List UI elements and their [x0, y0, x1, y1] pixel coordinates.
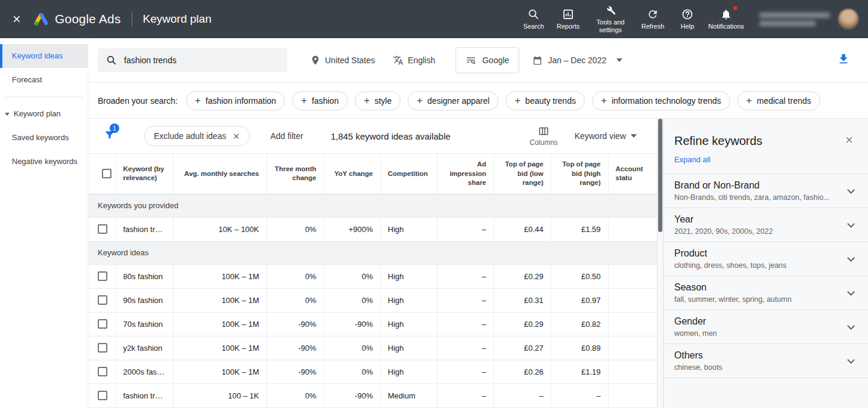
add-filter-button[interactable]: Add filter — [270, 131, 303, 141]
cell-high-bid: £0.89 — [551, 336, 608, 360]
refine-section[interactable]: Productclothing, dress, shoes, tops, jea… — [664, 242, 868, 276]
nav-refresh[interactable]: Refresh — [636, 5, 670, 34]
keyword-row[interactable]: 2000s fashion100K – 1M-90%0%High–£0.26£1… — [88, 360, 657, 384]
sidebar-item-negative-keywords[interactable]: Negative keywords — [0, 150, 88, 174]
cell-three-month: 0% — [266, 384, 324, 407]
nav-help[interactable]: Help — [670, 5, 705, 34]
cell-three-month: -90% — [266, 312, 324, 336]
col-header-competition[interactable]: Competition — [380, 154, 437, 194]
refine-section[interactable]: Seasonfall, summer, winter, spring, autu… — [664, 276, 868, 310]
keyword-row[interactable]: fashion trend...100 – 1K0%-90%Medium––– — [88, 384, 657, 407]
page-title: Keyword plan — [143, 13, 212, 26]
close-refine-icon[interactable] — [845, 135, 854, 147]
expand-all-link[interactable]: Expand all — [674, 155, 711, 164]
cell-avg-searches: 100 – 1K — [173, 384, 266, 407]
row-checkbox-cell — [88, 384, 116, 407]
refine-section[interactable]: Year2021, 2020, 90s, 2000s, 2022 — [664, 208, 868, 242]
col-header-yoy-change[interactable]: YoY change — [324, 154, 380, 194]
broaden-chip[interactable]: +fashion — [292, 91, 348, 110]
col-header-keyword[interactable]: Keyword (by relevance) — [116, 154, 173, 194]
select-all-checkbox[interactable] — [102, 169, 111, 178]
cell-high-bid: – — [551, 384, 608, 407]
exclude-adult-ideas-chip[interactable]: Exclude adult ideas — [144, 126, 250, 146]
chip-label: designer apparel — [427, 96, 489, 106]
broaden-chip[interactable]: +designer apparel — [408, 91, 498, 110]
refine-section[interactable]: Genderwomen, men — [664, 310, 868, 344]
keyword-table-body: Keywords you providedfashion trends10K –… — [88, 194, 657, 407]
refine-section-title: Brand or Non-Brand — [674, 180, 830, 191]
keyword-row[interactable]: y2k fashion100K – 1M-90%0%High–£0.27£0.8… — [88, 336, 657, 360]
network-selector[interactable]: Google — [455, 47, 519, 73]
close-icon[interactable] — [0, 0, 33, 38]
col-header-top-bid-low[interactable]: Top of page bid (low range) — [494, 154, 551, 194]
nav-notifications[interactable]: Notifications — [705, 5, 748, 34]
sidebar-item-forecast[interactable]: Forecast — [0, 68, 88, 92]
keyword-row[interactable]: 70s fashion100K – 1M-90%-90%High–£0.29£0… — [88, 312, 657, 336]
cell-competition: High — [380, 312, 437, 336]
keyword-row[interactable]: 90s fashion100K – 1M0%0%High–£0.31£0.97 — [88, 288, 657, 312]
sidebar-item-keyword-ideas[interactable]: Keyword ideas — [0, 44, 88, 68]
chevron-down-icon[interactable] — [847, 288, 855, 296]
row-checkbox[interactable] — [98, 295, 107, 305]
row-checkbox[interactable] — [98, 224, 107, 234]
cell-competition: High — [380, 360, 437, 384]
refine-section[interactable]: Otherschinese, boots — [664, 344, 868, 378]
table-area: 1 Exclude adult ideas Add filter 1,845 k… — [88, 119, 657, 408]
col-header-account-status[interactable]: Account statu — [608, 154, 657, 194]
columns-button[interactable]: Columns — [529, 126, 557, 147]
row-checkbox[interactable] — [98, 271, 107, 281]
keyword-search-input[interactable]: fashion trends — [98, 48, 287, 72]
nav-search[interactable]: Search — [516, 5, 551, 34]
col-header-ad-impression-share[interactable]: Ad impression share — [437, 154, 494, 194]
chevron-down-icon[interactable] — [847, 356, 855, 364]
broaden-chip[interactable]: +information technology trends — [592, 91, 730, 110]
chip-label: fashion — [312, 96, 339, 106]
broaden-chip[interactable]: +fashion information — [186, 91, 285, 110]
refine-section-values: 2021, 2020, 90s, 2000s, 2022 — [674, 227, 773, 236]
col-header-three-month-change[interactable]: Three month change — [266, 154, 324, 194]
language-selector[interactable]: English — [393, 55, 435, 66]
remove-filter-icon[interactable] — [232, 132, 240, 140]
filter-icon[interactable]: 1 — [104, 129, 117, 143]
broaden-chip[interactable]: +medical trends — [737, 91, 820, 110]
row-checkbox[interactable] — [98, 343, 107, 353]
row-checkbox-cell — [88, 312, 116, 336]
chevron-down-icon[interactable] — [847, 186, 855, 194]
nav-reports[interactable]: Reports — [551, 5, 585, 34]
chevron-down-icon[interactable] — [847, 220, 855, 228]
keyword-row[interactable]: fashion trends10K – 100K0%+900%High–£0.4… — [88, 217, 657, 241]
scrollbar-thumb[interactable] — [658, 119, 662, 232]
avatar[interactable] — [838, 9, 858, 29]
cell-account-status — [608, 217, 657, 241]
refine-section[interactable]: Brand or Non-BrandNon-Brands, citi trend… — [664, 174, 868, 208]
chevron-down-icon[interactable] — [847, 322, 855, 330]
download-icon[interactable] — [837, 52, 850, 68]
cell-high-bid: £1.19 — [551, 360, 608, 384]
sidebar-item-keyword-plan[interactable]: Keyword plan — [0, 102, 88, 126]
cell-competition: Medium — [380, 384, 437, 407]
cell-three-month: 0% — [266, 264, 324, 288]
sidebar-item-saved-keywords[interactable]: Saved keywords — [0, 126, 88, 150]
chip-label: information technology trends — [612, 96, 721, 106]
row-checkbox[interactable] — [98, 367, 107, 376]
col-header-avg-monthly-searches[interactable]: Avg. monthly searches — [173, 154, 266, 194]
cell-yoy: 0% — [324, 336, 380, 360]
keyword-view-dropdown[interactable]: Keyword view — [575, 131, 637, 141]
row-checkbox[interactable] — [98, 391, 107, 400]
broaden-chip[interactable]: +beauty trends — [506, 91, 585, 110]
location-selector[interactable]: United States — [310, 55, 375, 66]
row-checkbox-cell — [88, 288, 116, 312]
nav-tools-and-settings[interactable]: Tools and settings — [585, 1, 636, 37]
date-range-selector[interactable]: Jan – Dec 2022 — [526, 55, 628, 66]
cell-yoy: 0% — [324, 264, 380, 288]
chevron-down-icon[interactable] — [847, 254, 855, 262]
wrench-icon — [604, 4, 616, 16]
table-scrollbar[interactable] — [657, 119, 664, 408]
keyword-row[interactable]: 80s fashion100K – 1M0%0%High–£0.29£0.50 — [88, 264, 657, 288]
cell-account-status — [608, 288, 657, 312]
broaden-chip[interactable]: +style — [355, 91, 401, 110]
google-ads-logo[interactable]: Google Ads — [33, 12, 121, 26]
col-header-top-bid-high[interactable]: Top of page bid (high range) — [551, 154, 608, 194]
row-checkbox[interactable] — [98, 319, 107, 329]
cell-ad-share: – — [437, 312, 494, 336]
